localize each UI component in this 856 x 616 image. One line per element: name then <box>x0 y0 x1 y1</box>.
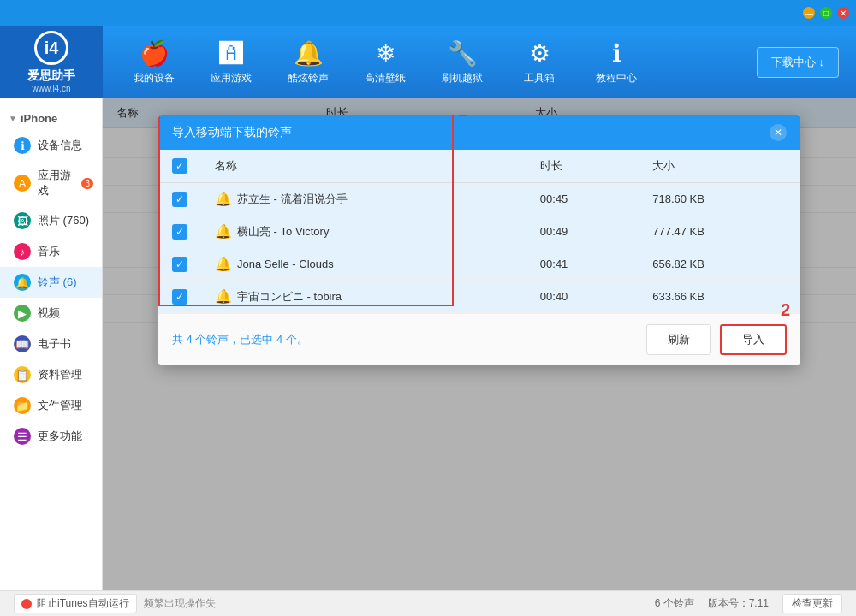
minimize-button[interactable]: — <box>803 7 815 19</box>
ringtone-sidebar-icon: 🔔 <box>14 274 31 291</box>
download-center-button[interactable]: 下载中心 ↓ <box>757 47 839 78</box>
sidebar-device-info-label: 设备信息 <box>38 138 82 153</box>
dialog-title: 导入移动端下载的铃声 <box>172 125 292 140</box>
row-duration-2: 00:49 <box>526 216 639 248</box>
row-check-2[interactable]: ✓ <box>172 224 187 240</box>
footer-info: 共 4 个铃声，已选中 4 个。 <box>172 332 308 347</box>
sidebar-arrow-icon: ▼ <box>9 114 17 123</box>
sidebar-item-video[interactable]: ▶ 视频 <box>0 298 102 329</box>
sidebar-item-device-info[interactable]: ℹ 设备信息 <box>0 130 102 161</box>
close-window-button[interactable]: ✕ <box>837 7 849 19</box>
import-dialog: 导入移动端下载的铃声 ✕ ✓ 名称 时长 <box>158 116 800 365</box>
row-size-3: 656.82 KB <box>639 248 800 281</box>
sidebar-music-label: 音乐 <box>38 244 60 259</box>
nav-apps[interactable]: 🅰 应用游戏 <box>197 33 265 92</box>
dialog-footer: 共 4 个铃声，已选中 4 个。 刷新 2 导入 <box>158 313 800 365</box>
check-update-button[interactable]: 检查更新 <box>782 594 842 613</box>
sidebar-item-file-mgmt[interactable]: 📁 文件管理 <box>0 390 102 421</box>
row-name-4: 宇宙コンビニ - tobira <box>237 289 342 305</box>
col-duration-header: 时长 <box>526 150 639 183</box>
name-cell-1: 🔔 苏立生 - 流着泪说分手 <box>215 191 513 207</box>
select-all-check[interactable]: ✓ <box>172 158 187 174</box>
sidebar-video-label: 视频 <box>38 305 60 321</box>
nav-apps-label: 应用游戏 <box>211 71 252 86</box>
video-sidebar-icon: ▶ <box>14 305 31 322</box>
nav-jailbreak-label: 刷机越狱 <box>442 71 483 86</box>
sidebar-item-ringtone[interactable]: 🔔 铃声 (6) <box>0 267 102 298</box>
dialog-header: 导入移动端下载的铃声 ✕ <box>158 116 800 150</box>
ringtone-count: 6 个铃声 <box>655 596 694 611</box>
dialog-table: ✓ 名称 时长 大小 ✓ <box>158 150 800 313</box>
row-check-1[interactable]: ✓ <box>172 192 187 207</box>
bell-icon-4: 🔔 <box>215 288 232 305</box>
nav-tutorial-label: 教程中心 <box>596 71 637 86</box>
name-cell-3: 🔔 Jona Selle - Clouds <box>215 256 513 272</box>
row-check-4[interactable]: ✓ <box>172 289 187 305</box>
stop-itunes-button[interactable]: 阻止iTunes自动运行 <box>14 594 137 613</box>
row-duration-1: 00:45 <box>526 183 639 216</box>
import-button[interactable]: 导入 <box>720 324 787 355</box>
sidebar-item-photos[interactable]: 🖼 照片 (760) <box>0 205 102 236</box>
logo-sub: www.i4.cn <box>32 84 70 93</box>
data-mgmt-sidebar-icon: 📋 <box>14 366 31 383</box>
sidebar-apps-label: 应用游戏 <box>38 168 73 198</box>
photos-sidebar-icon: 🖼 <box>14 212 31 229</box>
nav-tutorial[interactable]: ℹ 教程中心 <box>582 33 651 92</box>
sidebar-item-ebook[interactable]: 📖 电子书 <box>0 329 102 359</box>
nav-items: 🍎 我的设备 🅰 应用游戏 🔔 酷炫铃声 ❄ 高清壁纸 🔧 刷机越狱 ⚙ 工具箱… <box>103 33 757 92</box>
status-bar: 阻止iTunes自动运行 频繁出现操作失 6 个铃声 版本号：7.11 检查更新 <box>0 590 856 616</box>
nav-ringtones[interactable]: 🔔 酷炫铃声 <box>274 33 342 92</box>
logo-area: i4 爱思助手 www.i4.cn <box>0 26 103 98</box>
file-mgmt-sidebar-icon: 📁 <box>14 397 31 414</box>
dialog-overlay: 导入移动端下载的铃声 ✕ ✓ 名称 时长 <box>103 98 856 590</box>
row-size-2: 777.47 KB <box>639 216 800 248</box>
download-center-label: 下载中心 ↓ <box>771 55 824 70</box>
sidebar-item-data-mgmt[interactable]: 📋 资料管理 <box>0 359 102 390</box>
logo-icon: i4 <box>34 31 68 65</box>
dialog-table-row: ✓ 🔔 宇宙コンビニ - tobira 00:40 633.66 KB <box>158 281 800 313</box>
ringtones-icon: 🔔 <box>294 39 324 68</box>
status-left: 阻止iTunes自动运行 频繁出现操作失 <box>14 594 216 613</box>
nav-jailbreak[interactable]: 🔧 刷机越狱 <box>428 33 496 92</box>
row-check-3[interactable]: ✓ <box>172 257 187 272</box>
label-1: 1 <box>458 116 467 121</box>
nav-tools-label: 工具箱 <box>524 71 555 86</box>
dialog-body: ✓ 名称 时长 大小 ✓ <box>158 150 800 313</box>
bell-icon-1: 🔔 <box>215 191 232 207</box>
nav-my-device[interactable]: 🍎 我的设备 <box>120 33 188 92</box>
sidebar-item-apps[interactable]: A 应用游戏 3 <box>0 161 102 205</box>
dialog-table-row: ✓ 🔔 Jona Selle - Clouds 00:41 656.82 KB <box>158 248 800 281</box>
device-info-icon: ℹ <box>14 137 31 154</box>
wallpaper-icon: ❄ <box>376 39 395 68</box>
apps-badge: 3 <box>81 178 93 189</box>
sidebar-item-more[interactable]: ☰ 更多功能 <box>0 421 102 452</box>
bell-icon-2: 🔔 <box>215 223 232 240</box>
tools-icon: ⚙ <box>529 39 550 68</box>
col-name-header: 名称 <box>201 150 526 183</box>
sidebar-photos-label: 照片 (760) <box>38 213 89 228</box>
logo-text: 爱思助手 <box>27 68 75 84</box>
nav-wallpaper[interactable]: ❄ 高清壁纸 <box>351 33 419 92</box>
stop-icon <box>21 599 32 609</box>
maximize-button[interactable]: □ <box>820 7 832 19</box>
dialog-table-row: ✓ 🔔 横山亮 - To Victory 00:49 777.47 KB <box>158 216 800 248</box>
sidebar: ▼ iPhone ℹ 设备信息 A 应用游戏 3 🖼 照片 (760) ♪ 音乐 <box>0 98 103 590</box>
sidebar-item-music[interactable]: ♪ 音乐 <box>0 236 102 267</box>
sidebar-device-label: ▼ iPhone <box>0 107 102 130</box>
dialog-close-button[interactable]: ✕ <box>770 124 787 141</box>
refresh-button[interactable]: 刷新 <box>646 324 711 355</box>
apps-icon: 🅰 <box>219 39 243 68</box>
row-duration-3: 00:41 <box>526 248 639 281</box>
nav-tools[interactable]: ⚙ 工具箱 <box>505 33 574 92</box>
row-duration-4: 00:40 <box>526 281 639 313</box>
version-label: 版本号：7.11 <box>708 596 769 611</box>
nav-my-device-label: 我的设备 <box>134 71 175 86</box>
row-name-1: 苏立生 - 流着泪说分手 <box>237 192 348 207</box>
row-name-3: Jona Selle - Clouds <box>237 258 334 270</box>
apps-sidebar-icon: A <box>14 175 31 192</box>
bell-icon-3: 🔔 <box>215 256 232 272</box>
footer-buttons: 刷新 2 导入 <box>646 324 787 355</box>
sidebar-ringtone-label: 铃声 (6) <box>38 275 77 290</box>
more-sidebar-icon: ☰ <box>14 428 31 445</box>
title-bar: — □ ✕ <box>0 0 856 26</box>
